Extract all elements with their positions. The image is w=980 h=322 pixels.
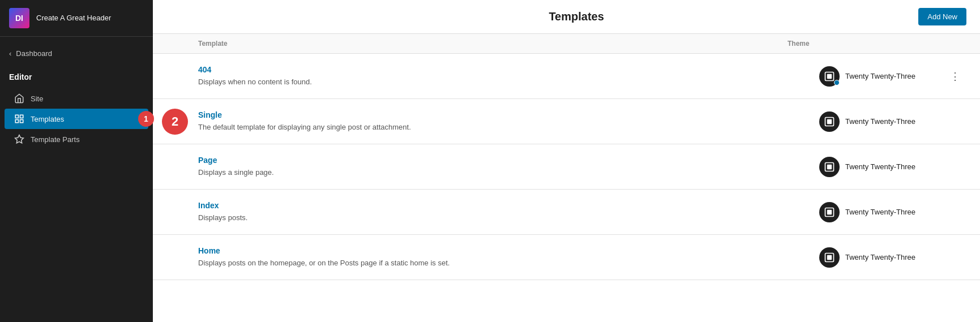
table-row: Index Displays posts. Twenty Twenty-Thre…: [153, 190, 980, 235]
main-header: Templates Add New: [153, 0, 980, 34]
sidebar-item-templates[interactable]: Templates 1: [5, 109, 148, 129]
svg-rect-12: [827, 209, 832, 214]
template-link-home[interactable]: Home: [198, 246, 819, 255]
page-title: Templates: [234, 10, 918, 23]
template-desc-index: Displays posts.: [198, 213, 247, 222]
template-link-single[interactable]: Single: [198, 110, 819, 119]
row-actions-404: ⋮: [944, 68, 966, 85]
sidebar-header: DI Create A Great Header: [0, 0, 153, 37]
theme-icon-wrapper-single: [819, 111, 840, 132]
table-header: Template Theme: [153, 34, 980, 54]
sidebar-item-label-templates: Templates: [31, 115, 64, 123]
site-logo: DI: [9, 8, 29, 28]
col-template-header: Template: [198, 40, 788, 48]
template-info-index: Index Displays posts.: [198, 201, 819, 223]
svg-rect-0: [15, 115, 18, 118]
theme-icon-wrapper-page: [819, 157, 840, 177]
chevron-left-icon: ‹: [9, 49, 11, 58]
template-desc-page: Displays a single page.: [198, 168, 274, 177]
templates-list: Template Theme 404 Displays when no cont…: [153, 34, 980, 322]
template-theme-404: Twenty Twenty-Three: [819, 66, 944, 87]
template-theme-single: Twenty Twenty-Three: [819, 111, 944, 132]
svg-rect-10: [827, 164, 832, 169]
theme-name-404: Twenty Twenty-Three: [845, 72, 915, 80]
svg-rect-14: [827, 255, 832, 259]
template-link-index[interactable]: Index: [198, 201, 819, 210]
theme-icon-wrapper-index: [819, 202, 840, 222]
template-theme-home: Twenty Twenty-Three: [819, 247, 944, 268]
site-title: Create A Great Header: [36, 14, 111, 23]
template-desc-home: Displays posts on the homepage, or on th…: [198, 259, 450, 267]
theme-icon-home: [819, 247, 840, 268]
theme-icon-wrapper-home: [819, 247, 840, 268]
add-new-button[interactable]: Add New: [918, 8, 966, 25]
theme-icon-page: [819, 157, 840, 177]
svg-rect-2: [20, 120, 23, 123]
sidebar-nav: ‹ Dashboard Editor Site: [0, 37, 153, 158]
theme-icon-wrapper-404: [819, 66, 840, 87]
sidebar-item-label-template-parts: Template Parts: [31, 135, 80, 144]
sidebar: DI Create A Great Header ‹ Dashboard Edi…: [0, 0, 153, 322]
template-theme-index: Twenty Twenty-Three: [819, 202, 944, 222]
template-link-page[interactable]: Page: [198, 156, 819, 165]
templates-badge: 1: [138, 111, 154, 127]
theme-icon-single: [819, 111, 840, 132]
more-options-button-404[interactable]: ⋮: [945, 68, 965, 85]
template-theme-page: Twenty Twenty-Three: [819, 157, 944, 177]
theme-name-page: Twenty Twenty-Three: [845, 162, 915, 171]
theme-icon-index: [819, 202, 840, 222]
template-desc-404: Displays when no content is found.: [198, 78, 312, 86]
theme-name-home: Twenty Twenty-Three: [845, 253, 915, 261]
home-icon: [14, 93, 25, 104]
step-badge-2: 2: [162, 109, 188, 135]
sidebar-item-label-site: Site: [31, 95, 43, 103]
theme-name-index: Twenty Twenty-Three: [845, 208, 915, 216]
active-dot-404: [834, 80, 840, 85]
svg-rect-1: [20, 115, 23, 118]
template-info-single: Single The default template for displayi…: [198, 110, 819, 132]
editor-label: Editor: [0, 68, 153, 88]
col-theme-header: Theme: [788, 40, 912, 48]
tag-icon: [14, 134, 25, 145]
table-row: 404 Displays when no content is found. T…: [153, 54, 980, 99]
svg-rect-8: [827, 119, 832, 123]
template-info-404: 404 Displays when no content is found.: [198, 65, 819, 87]
template-info-home: Home Displays posts on the homepage, or …: [198, 246, 819, 268]
back-label: Dashboard: [16, 49, 52, 58]
row-badge-2: 2: [162, 109, 188, 135]
dashboard-back-link[interactable]: ‹ Dashboard: [0, 46, 153, 61]
main-content: Templates Add New Template Theme 404 Dis…: [153, 0, 980, 322]
template-info-page: Page Displays a single page.: [198, 156, 819, 178]
table-row: Home Displays posts on the homepage, or …: [153, 235, 980, 280]
template-link-404[interactable]: 404: [198, 65, 819, 74]
table-row: Page Displays a single page. Twenty Twen…: [153, 144, 980, 190]
table-row: 2 Single The default template for displa…: [153, 99, 980, 144]
sidebar-item-template-parts[interactable]: Template Parts: [5, 129, 148, 149]
svg-rect-6: [827, 74, 832, 78]
templates-icon: [14, 113, 25, 124]
svg-marker-4: [15, 135, 24, 143]
template-desc-single: The default template for displaying any …: [198, 123, 411, 131]
theme-name-single: Twenty Twenty-Three: [845, 117, 915, 126]
svg-rect-3: [15, 120, 18, 123]
sidebar-item-site[interactable]: Site: [5, 88, 148, 109]
